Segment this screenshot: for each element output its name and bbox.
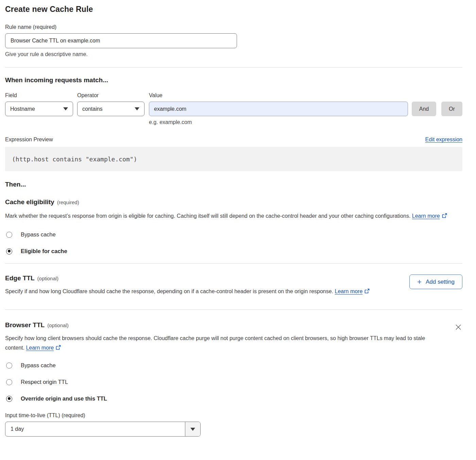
page-title: Create new Cache Rule	[5, 5, 462, 14]
browser-ttl-option-override[interactable]: Override origin and use this TTL	[5, 395, 462, 402]
plus-icon: +	[417, 278, 422, 286]
edge-ttl-title: Edge TTL	[5, 275, 35, 282]
external-link-icon	[442, 212, 447, 222]
cache-eligibility-option-eligible[interactable]: Eligible for cache	[5, 248, 462, 254]
and-button[interactable]: And	[412, 102, 436, 116]
chevron-down-icon	[190, 428, 195, 431]
browser-ttl-heading: Browser TTL(optional)	[5, 321, 440, 329]
radio-label: Respect origin TTL	[21, 379, 68, 385]
value-label: Value	[149, 92, 408, 99]
external-link-icon	[55, 344, 61, 353]
browser-ttl-option-respect[interactable]: Respect origin TTL	[5, 379, 462, 385]
browser-ttl-description: Specify how long client browsers should …	[5, 334, 440, 353]
rule-name-helper: Give your rule a descriptive name.	[5, 51, 462, 57]
close-browser-ttl-button[interactable]	[454, 323, 462, 331]
edge-ttl-heading: Edge TTL(optional)	[5, 275, 370, 282]
or-button[interactable]: Or	[441, 102, 462, 116]
radio-icon[interactable]	[6, 232, 12, 238]
radio-label: Bypass cache	[21, 362, 56, 369]
radio-icon[interactable]	[6, 362, 12, 369]
close-icon	[455, 324, 462, 331]
rule-name-input[interactable]	[5, 33, 237, 48]
match-row: Field Hostname Operator contains Value e…	[5, 92, 462, 125]
required-badge: (required)	[57, 199, 79, 205]
field-select-value: Hostname	[10, 106, 35, 112]
value-helper: e.g. example.com	[149, 119, 408, 125]
edit-expression-link[interactable]: Edit expression	[425, 137, 462, 143]
browser-ttl-option-bypass[interactable]: Bypass cache	[5, 362, 462, 369]
browser-ttl-description-text: Specify how long client browsers should …	[5, 335, 425, 351]
optional-badge: (optional)	[47, 322, 69, 328]
expression-preview-label: Expression Preview	[5, 137, 53, 143]
chevron-down-icon	[63, 107, 68, 110]
browser-ttl-learn-more-link[interactable]: Learn more	[26, 345, 54, 351]
cache-eligibility-heading: Cache eligibility(required)	[5, 198, 462, 206]
edge-ttl-description: Specify if and how long Cloudflare shoul…	[5, 287, 370, 297]
cache-eligibility-description: Mark whether the request’s response from…	[5, 211, 461, 222]
radio-label: Eligible for cache	[21, 248, 67, 254]
field-select[interactable]: Hostname	[5, 102, 73, 116]
chevron-down-icon	[135, 107, 139, 110]
operator-select-value: contains	[82, 106, 103, 112]
edge-ttl-description-text: Specify if and how long Cloudflare shoul…	[5, 288, 333, 294]
cache-eligibility-description-text: Mark whether the request’s response from…	[5, 213, 410, 219]
ttl-label: Input time-to-live (TTL) (required)	[5, 412, 462, 419]
expression-code: (http.host contains "example.com")	[12, 156, 137, 163]
radio-label: Override origin and use this TTL	[21, 395, 107, 402]
add-setting-button[interactable]: + Add setting	[409, 275, 462, 289]
radio-label: Bypass cache	[21, 231, 56, 238]
value-input[interactable]	[149, 102, 408, 116]
add-setting-label: Add setting	[426, 279, 455, 285]
cache-eligibility-option-bypass[interactable]: Bypass cache	[5, 231, 462, 238]
cache-eligibility-title: Cache eligibility	[5, 198, 54, 206]
then-heading: Then...	[5, 181, 462, 188]
radio-icon-selected[interactable]	[6, 396, 12, 402]
operator-select[interactable]: contains	[77, 102, 144, 116]
create-cache-rule-form: Create new Cache Rule Rule name (require…	[0, 0, 469, 443]
operator-label: Operator	[77, 92, 144, 99]
rule-name-label: Rule name (required)	[5, 24, 462, 30]
radio-icon-selected[interactable]	[6, 248, 12, 254]
browser-ttl-title: Browser TTL	[5, 321, 45, 329]
cache-eligibility-learn-more-link[interactable]: Learn more	[412, 213, 440, 219]
edge-ttl-learn-more-link[interactable]: Learn more	[335, 288, 363, 294]
field-label: Field	[5, 92, 73, 99]
radio-icon[interactable]	[6, 379, 12, 385]
optional-badge: (optional)	[37, 276, 59, 281]
ttl-select-arrow[interactable]	[185, 422, 200, 436]
external-link-icon	[364, 287, 370, 297]
ttl-select-value: 1 day	[5, 422, 185, 436]
match-heading: When incoming requests match...	[5, 76, 462, 84]
ttl-select[interactable]: 1 day	[5, 422, 201, 437]
expression-code-box: (http.host contains "example.com")	[5, 147, 462, 171]
